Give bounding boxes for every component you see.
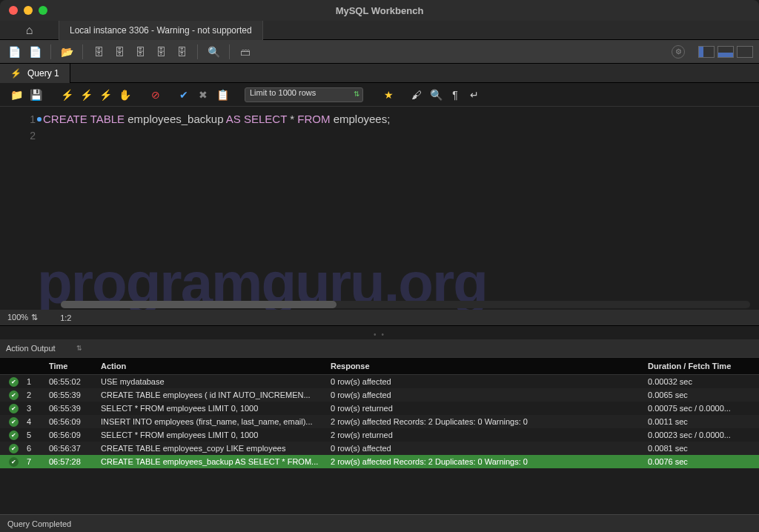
output-type-select[interactable]: Action Output [6, 344, 56, 353]
new-sql-plus-icon[interactable]: 📄 [27, 44, 43, 60]
chevron-up-down-icon: ⇅ [31, 313, 38, 322]
statusbar: Query Completed [0, 514, 759, 532]
query-tab[interactable]: ⚡ Query 1 [0, 64, 70, 83]
toggle-bottom-panel[interactable] [717, 46, 734, 58]
search-icon[interactable]: 🔍 [205, 44, 222, 60]
minimize-window-button[interactable] [24, 6, 33, 15]
separator [197, 44, 198, 59]
find-icon[interactable]: 🔍 [428, 87, 443, 102]
titlebar: MySQL Workbench [0, 0, 759, 21]
autocommit-icon[interactable]: 📋 [215, 87, 230, 102]
pane-divider[interactable]: • • [0, 326, 759, 339]
horizontal-scrollbar[interactable] [61, 301, 750, 308]
chevron-up-down-icon: ⇅ [354, 90, 359, 98]
gear-icon[interactable]: ⚙ [672, 45, 685, 59]
connection-tab-label: Local instance 3306 - Warning - not supp… [70, 25, 252, 36]
execute-current-icon[interactable]: ⚡ [79, 87, 93, 102]
output-row[interactable]: ✔706:57:28CREATE TABLE employees_backup … [0, 455, 759, 468]
toggle-left-panel[interactable] [698, 46, 715, 58]
chevron-up-down-icon: ⇅ [76, 345, 82, 352]
query-tab-label: Query 1 [27, 68, 59, 79]
query-tabbar: ⚡ Query 1 [0, 64, 759, 83]
limit-select-label: Limit to 1000 rows [250, 88, 316, 97]
col-header-time[interactable]: Time [49, 362, 101, 370]
cancel-icon[interactable]: ⊘ [148, 87, 163, 102]
success-icon: ✔ [9, 444, 19, 453]
beautify-icon[interactable]: 🖌 [409, 87, 424, 102]
new-sql-icon[interactable]: 📄 [6, 44, 22, 60]
success-icon: ✔ [9, 417, 19, 427]
sql-editor[interactable]: 1 2 CREATE TABLE employees_backup AS SEL… [0, 107, 759, 310]
output-row[interactable]: ✔306:55:39SELECT * FROM employees LIMIT … [0, 402, 759, 415]
col-header-duration[interactable]: Duration / Fetch Time [648, 362, 759, 370]
editor-toolbar: 📁 💾 ⚡ ⚡ ⚡ ✋ ⊘ ✔ ✖ 📋 Limit to 1000 rows ⇅… [0, 83, 759, 107]
line-number: 1 [0, 111, 36, 127]
main-toolbar: 📄 📄 📂 🗄 🗄 🗄 🗄 🗄 🔍 🗃 ⚙ [0, 40, 759, 64]
line-number: 2 [0, 127, 36, 144]
line-gutter: 1 2 [0, 107, 43, 310]
editor-statusbar: 100%⇅ 1:2 [0, 310, 759, 326]
limit-select[interactable]: Limit to 1000 rows ⇅ [245, 87, 363, 102]
home-icon: ⌂ [26, 24, 33, 37]
success-icon: ✔ [9, 457, 19, 467]
grip-icon: • • [374, 330, 385, 339]
db-icon[interactable]: 🗄 [132, 44, 148, 60]
window-controls [0, 6, 47, 15]
lightning-icon: ⚡ [10, 68, 21, 79]
star-icon[interactable]: ★ [381, 87, 396, 102]
separator [229, 44, 230, 59]
output-row[interactable]: ✔406:56:09INSERT INTO employees (first_n… [0, 415, 759, 428]
open-sql-icon[interactable]: 📂 [59, 44, 75, 60]
output-row[interactable]: ✔606:56:37CREATE TABLE employees_copy LI… [0, 442, 759, 455]
scrollbar-thumb[interactable] [61, 301, 337, 308]
col-header-response[interactable]: Response [331, 362, 648, 370]
db-icon[interactable]: 🗄 [90, 44, 107, 60]
app-title: MySQL Workbench [336, 5, 424, 16]
output-table-header: Time Action Response Duration / Fetch Ti… [0, 357, 759, 375]
code-area[interactable]: CREATE TABLE employees_backup AS SELECT … [43, 107, 759, 310]
explain-icon[interactable]: ⚡ [98, 87, 113, 102]
success-icon: ✔ [9, 377, 19, 387]
status-text: Query Completed [7, 519, 71, 528]
wrap-icon[interactable]: ↵ [467, 87, 482, 102]
close-window-button[interactable] [9, 6, 18, 15]
home-tab[interactable]: ⌂ [0, 21, 59, 40]
output-row[interactable]: ✔106:55:02USE mydatabase0 row(s) affecte… [0, 375, 759, 388]
toggle-right-panel[interactable] [737, 46, 753, 58]
output-row[interactable]: ✔206:55:39CREATE TABLE employees ( id IN… [0, 388, 759, 402]
commit-icon[interactable]: ✔ [176, 87, 191, 102]
success-icon: ✔ [9, 390, 19, 400]
zoom-window-button[interactable] [39, 6, 47, 15]
separator [82, 44, 83, 59]
server-icon[interactable]: 🗃 [237, 44, 253, 60]
output-header: Action Output ⇅ [0, 339, 759, 357]
separator [50, 44, 51, 59]
execute-icon[interactable]: ⚡ [59, 87, 74, 102]
save-icon[interactable]: 💾 [28, 87, 43, 102]
bookmark-dot-icon [37, 117, 42, 122]
rollback-icon[interactable]: ✖ [196, 87, 211, 102]
invisible-icon[interactable]: ¶ [448, 87, 463, 102]
code-line: CREATE TABLE employees_backup AS SELECT … [43, 111, 759, 127]
success-icon: ✔ [9, 430, 19, 440]
stop-icon[interactable]: ✋ [117, 87, 132, 102]
zoom-level[interactable]: 100%⇅ [7, 313, 38, 322]
output-rows: ✔106:55:02USE mydatabase0 row(s) affecte… [0, 375, 759, 468]
col-header-action[interactable]: Action [101, 362, 331, 370]
open-file-icon[interactable]: 📁 [9, 87, 24, 102]
connection-tab[interactable]: Local instance 3306 - Warning - not supp… [59, 21, 263, 40]
connection-tabbar: ⌂ Local instance 3306 - Warning - not su… [0, 21, 759, 40]
success-icon: ✔ [9, 404, 19, 413]
db-icon[interactable]: 🗄 [111, 44, 127, 60]
db-icon[interactable]: 🗄 [173, 44, 190, 60]
output-row[interactable]: ✔506:56:09SELECT * FROM employees LIMIT … [0, 428, 759, 442]
db-icon[interactable]: 🗄 [153, 44, 169, 60]
cursor-position: 1:2 [60, 313, 71, 322]
